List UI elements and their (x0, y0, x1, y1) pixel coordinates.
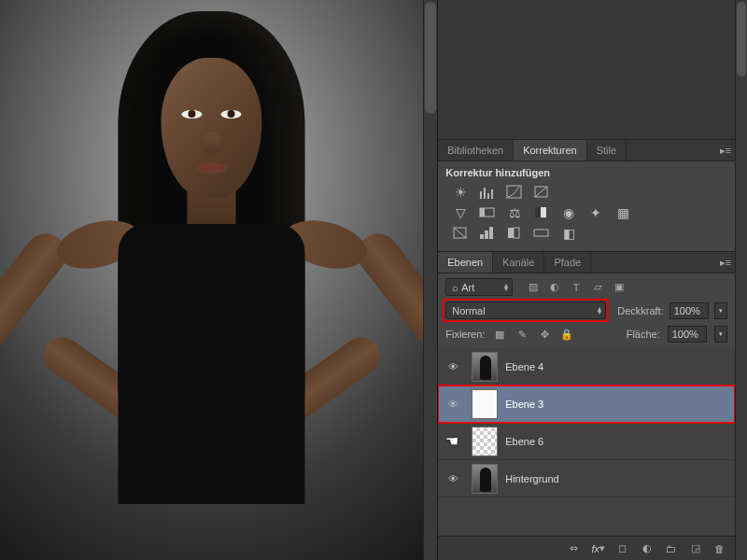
svg-rect-10 (508, 228, 514, 238)
svg-rect-8 (485, 231, 488, 239)
lock-all-icon[interactable]: 🔒 (559, 327, 574, 342)
tab-styles[interactable]: Stile (587, 140, 627, 161)
invert-icon[interactable] (451, 225, 470, 242)
blend-mode-dropdown[interactable]: Normal ▴▾ (445, 301, 606, 319)
visibility-icon[interactable]: 👁 (442, 473, 464, 484)
opacity-flyout[interactable]: ▾ (714, 302, 727, 319)
layer-list: 👁 Ebene 4 👁 Ebene 3 ☚ Ebene 6 👁 Hintergr… (438, 348, 735, 536)
svg-rect-4 (535, 207, 541, 217)
layer-thumbnail[interactable] (472, 352, 498, 382)
tab-channels[interactable]: Kanäle (493, 252, 544, 273)
hand-cursor-icon: ☚ (445, 432, 458, 450)
threshold-icon[interactable] (505, 225, 524, 242)
selective-color-icon[interactable]: ◧ (559, 225, 578, 242)
layer-row[interactable]: 👁 Ebene 4 (438, 348, 735, 385)
filter-type-icon[interactable]: T (569, 280, 584, 295)
new-layer-icon[interactable]: ◲ (688, 541, 703, 556)
layers-panel: Ebenen Kanäle Pfade ▸≡ ⌕ Art ▴▾ ▨ ◐ T ▱ … (438, 251, 735, 560)
visibility-icon[interactable]: 👁 (442, 399, 464, 410)
tab-adjustments[interactable]: Korrekturen (514, 140, 586, 161)
layer-row[interactable]: ☚ Ebene 6 (438, 423, 735, 460)
navigator-preview[interactable] (438, 0, 735, 140)
adjustments-tabs: Bibliotheken Korrekturen Stile ▸≡ (438, 140, 735, 161)
lock-position-icon[interactable]: ✥ (537, 327, 552, 342)
tab-libraries[interactable]: Bibliotheken (438, 140, 514, 161)
panel-scrollbar[interactable] (735, 0, 747, 560)
adjustments-title: Korrektur hinzufügen (445, 167, 727, 178)
tab-paths[interactable]: Pfade (544, 252, 591, 273)
mask-icon[interactable]: ◻ (615, 541, 630, 556)
svg-rect-3 (480, 208, 485, 217)
gradient-map-icon[interactable] (532, 225, 551, 242)
svg-rect-5 (541, 207, 546, 217)
document-canvas[interactable] (0, 0, 423, 560)
photo-filter-icon[interactable]: ◉ (559, 204, 578, 221)
vibrance-icon[interactable]: ▽ (451, 204, 470, 221)
layer-row[interactable]: 👁 Hintergrund (438, 460, 735, 497)
lock-transparency-icon[interactable]: ▩ (492, 327, 507, 342)
lut-icon[interactable]: ▦ (613, 204, 632, 221)
brightness-icon[interactable]: ☀ (451, 184, 470, 201)
portrait-figure (0, 0, 423, 560)
layers-panel-menu-icon[interactable]: ▸≡ (716, 252, 735, 273)
svg-rect-11 (514, 228, 519, 238)
opacity-input[interactable]: 100% (669, 302, 709, 319)
tab-layers[interactable]: Ebenen (438, 252, 493, 273)
new-adjustment-icon[interactable]: ◐ (640, 541, 655, 556)
svg-rect-12 (534, 230, 548, 236)
posterize-icon[interactable] (478, 225, 497, 242)
filter-smart-icon[interactable]: ▣ (612, 280, 627, 295)
fx-icon[interactable]: fx▾ (591, 541, 606, 556)
exposure-icon[interactable] (532, 184, 551, 201)
adjustments-panel: Korrektur hinzufügen ☀ ▽ ⚖ ◉ ✦ ▦ ◧ (438, 161, 735, 251)
bw-icon[interactable] (532, 204, 551, 221)
layers-bottom-bar: ⇔ fx▾ ◻ ◐ 🗀 ◲ 🗑 (438, 536, 735, 560)
visibility-icon[interactable]: 👁 (442, 361, 464, 372)
new-group-icon[interactable]: 🗀 (664, 541, 679, 556)
layer-thumbnail[interactable] (472, 427, 498, 456)
lock-pixels-icon[interactable]: ✎ (514, 327, 529, 342)
layer-thumbnail[interactable] (472, 464, 498, 494)
filter-adjust-icon[interactable]: ◐ (547, 280, 562, 295)
layer-name[interactable]: Ebene 4 (505, 361, 543, 372)
fill-flyout[interactable]: ▾ (714, 326, 727, 343)
trash-icon[interactable]: 🗑 (712, 541, 727, 556)
opacity-label: Deckkraft: (617, 305, 664, 316)
canvas-scrollbar[interactable] (423, 0, 437, 560)
balance-icon[interactable]: ⚖ (505, 204, 524, 221)
search-icon: ⌕ (452, 282, 458, 293)
fill-label: Fläche: (627, 329, 660, 340)
panel-menu-icon[interactable]: ▸≡ (716, 140, 735, 161)
layer-filter-dropdown[interactable]: ⌕ Art ▴▾ (445, 278, 513, 296)
levels-icon[interactable] (478, 184, 497, 201)
filter-image-icon[interactable]: ▨ (526, 280, 541, 295)
layer-thumbnail[interactable] (472, 389, 498, 419)
svg-rect-7 (480, 234, 484, 239)
layer-name[interactable]: Hintergrund (505, 473, 558, 484)
hue-icon[interactable] (478, 204, 497, 221)
lock-label: Fixieren: (445, 329, 485, 340)
layer-name[interactable]: Ebene 6 (505, 436, 543, 447)
filter-shape-icon[interactable]: ▱ (590, 280, 605, 295)
svg-rect-9 (489, 227, 493, 239)
fill-input[interactable]: 100% (668, 326, 707, 343)
channel-mixer-icon[interactable]: ✦ (586, 204, 605, 221)
panels-area: Bibliotheken Korrekturen Stile ▸≡ Korrek… (437, 0, 735, 560)
layer-row[interactable]: 👁 Ebene 3 (438, 385, 735, 423)
link-layers-icon[interactable]: ⇔ (567, 541, 582, 556)
curves-icon[interactable] (505, 184, 524, 201)
layer-name[interactable]: Ebene 3 (505, 399, 543, 410)
